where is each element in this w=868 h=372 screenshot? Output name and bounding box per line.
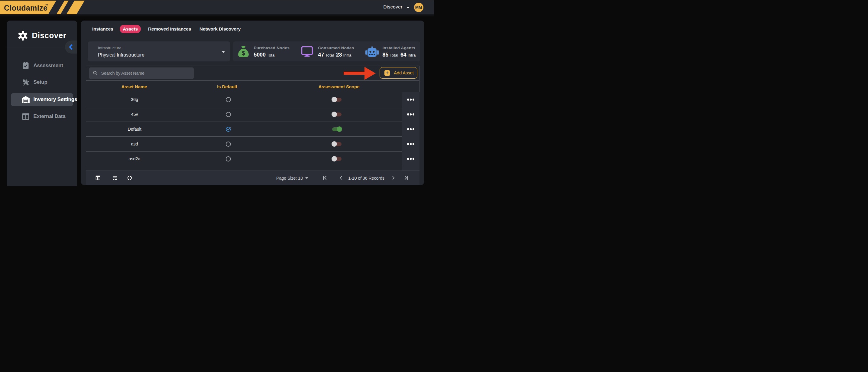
svg-text:Cloudamize: Cloudamize (4, 4, 48, 12)
svg-text:TM: TM (45, 4, 48, 5)
svg-text:$: $ (242, 50, 245, 56)
